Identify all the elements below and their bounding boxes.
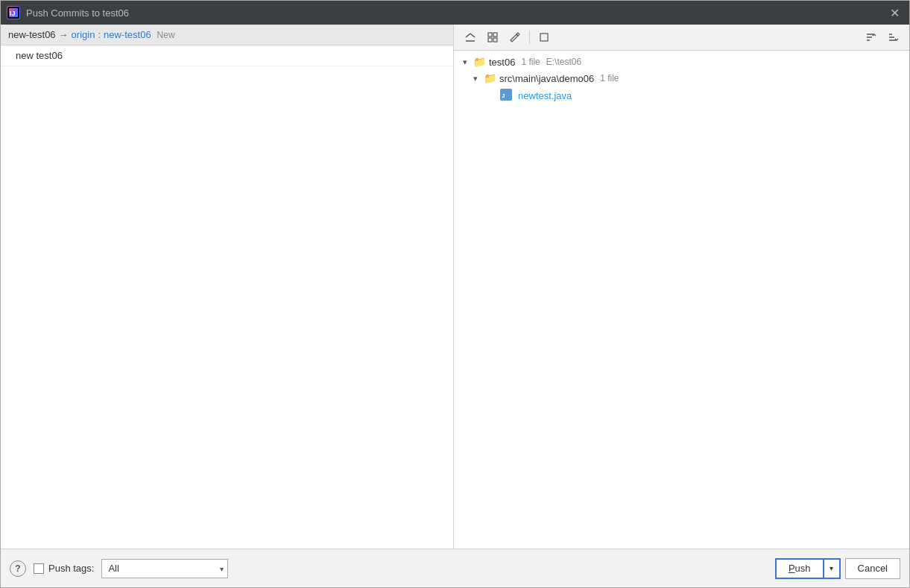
- main-content: new-test06 → origin : new-test06 New new…: [1, 25, 909, 549]
- toolbar-divider: [529, 31, 530, 44]
- cancel-button[interactable]: Cancel: [845, 558, 900, 579]
- push-dropdown-button[interactable]: ▾: [823, 558, 841, 579]
- grid-view-button[interactable]: [482, 28, 503, 47]
- push-button-wrapper: Push ▾: [775, 558, 841, 579]
- root-folder-label: test06: [489, 57, 515, 68]
- toolbar-right: [860, 28, 903, 47]
- push-tags-checkbox-wrapper[interactable]: Push tags:: [34, 563, 94, 574]
- branch-row: new-test06 → origin : new-test06 New: [1, 25, 453, 45]
- push-underline: P: [789, 563, 795, 574]
- file-tree: ▾ 📁 test06 1 file E:\test06 ▾ 📁 src\main…: [454, 51, 909, 549]
- sort-asc-button[interactable]: [860, 28, 881, 47]
- subfolder-label: src\main\java\demo06: [499, 73, 594, 84]
- chevron-down-icon: ▾: [460, 57, 470, 67]
- local-branch-name: new-test06: [8, 29, 56, 40]
- collapse-all-button[interactable]: [460, 28, 481, 47]
- java-file-label: newtest.java: [518, 90, 572, 101]
- tree-root-item[interactable]: ▾ 📁 test06 1 file E:\test06: [454, 54, 909, 70]
- tree-folder-item[interactable]: ▾ 📁 src\main\java\demo06 1 file: [454, 70, 909, 86]
- new-badge: New: [157, 30, 175, 40]
- svg-rect-10: [540, 34, 548, 41]
- push-tags-checkbox[interactable]: [34, 563, 44, 574]
- tags-dropdown[interactable]: All None: [101, 559, 228, 578]
- screen-button[interactable]: [534, 28, 554, 47]
- folder-icon: 📁: [473, 56, 486, 68]
- commits-list: new test06: [1, 45, 453, 549]
- help-button[interactable]: ?: [10, 560, 26, 577]
- svg-rect-8: [488, 38, 492, 42]
- chevron-down-icon-2: ▾: [470, 74, 481, 83]
- arrow-icon: →: [59, 29, 69, 40]
- svg-rect-7: [493, 33, 497, 37]
- svg-text:IJ: IJ: [10, 10, 16, 17]
- push-tags-label: Push tags:: [48, 563, 94, 574]
- bottom-left: ? Push tags: All None ▾: [10, 559, 228, 578]
- push-label: Push: [789, 563, 811, 574]
- remote-branch-link[interactable]: new-test06: [104, 29, 151, 40]
- push-button[interactable]: Push: [775, 558, 823, 579]
- subfolder-icon: 📁: [484, 72, 496, 84]
- java-file-icon: J: [500, 89, 512, 103]
- sort-desc-button[interactable]: [882, 28, 903, 47]
- push-dropdown-arrow-icon: ▾: [830, 564, 833, 572]
- intellij-icon: IJ: [7, 6, 20, 19]
- push-commits-dialog: IJ Push Commits to test06 ✕ new-test06 →…: [0, 0, 910, 588]
- svg-text:J: J: [502, 92, 505, 99]
- bottom-right: Push ▾ Cancel: [775, 558, 900, 579]
- close-button[interactable]: ✕: [885, 4, 903, 22]
- svg-line-3: [466, 34, 470, 37]
- svg-rect-6: [488, 33, 492, 37]
- commit-item[interactable]: new test06: [1, 45, 453, 66]
- root-path: E:\test06: [546, 57, 581, 67]
- bottom-bar: ? Push tags: All None ▾ Push ▾: [1, 549, 909, 587]
- subfolder-file-count: 1 file: [600, 73, 619, 83]
- toolbar-left: [460, 28, 554, 47]
- colon-separator: :: [98, 29, 101, 40]
- origin-link[interactable]: origin: [72, 29, 95, 40]
- left-panel: new-test06 → origin : new-test06 New new…: [1, 25, 454, 549]
- right-panel: ▾ 📁 test06 1 file E:\test06 ▾ 📁 src\main…: [454, 25, 909, 549]
- dialog-title: Push Commits to test06: [26, 7, 129, 19]
- root-file-count: 1 file: [521, 57, 540, 67]
- tree-file-item[interactable]: J newtest.java: [454, 86, 909, 105]
- svg-rect-9: [493, 38, 497, 42]
- tags-dropdown-wrapper: All None ▾: [101, 559, 228, 578]
- title-bar: IJ Push Commits to test06 ✕: [1, 1, 909, 25]
- right-toolbar: [454, 25, 909, 51]
- svg-line-4: [470, 34, 475, 37]
- title-bar-left: IJ Push Commits to test06: [7, 6, 129, 19]
- edit-button[interactable]: [505, 28, 525, 47]
